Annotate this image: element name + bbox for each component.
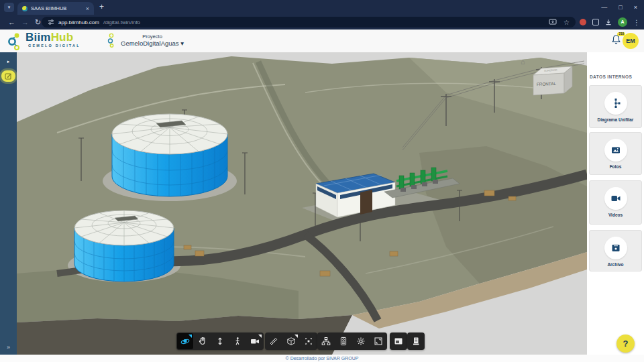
camera-icon <box>250 337 260 346</box>
settings-button[interactable] <box>353 333 369 349</box>
notifications-button[interactable]: 218 <box>611 34 622 46</box>
3d-viewport-canvas[interactable]: ⌂ FRONTAL SUPERIOR <box>17 52 587 355</box>
url-path: /digital-twin/info <box>103 19 140 25</box>
app-window: ▾ SAAS BIIMHUB × + — □ × ← → ↻ app.biimh… <box>0 0 644 362</box>
report-button[interactable] <box>408 333 424 349</box>
measure-icon <box>269 337 278 346</box>
toolbar-screenshot-group <box>390 333 407 350</box>
orbit-tool-button[interactable] <box>177 333 193 349</box>
toolbar-report-group <box>407 333 425 350</box>
bookmark-icon[interactable]: ☆ <box>564 19 570 26</box>
toolbar-navigation-group <box>176 333 264 350</box>
help-button[interactable]: ? <box>616 335 635 353</box>
report-icon <box>411 337 421 346</box>
cast-icon[interactable] <box>549 19 557 25</box>
tab-title: SAAS BIIMHUB <box>31 5 83 11</box>
url-host: app.biimhub.com <box>58 19 99 25</box>
left-rail: ▸ » <box>0 52 17 355</box>
toolbar-settings-group <box>317 333 387 350</box>
browser-tab-strip: ▾ SAAS BIIMHUB × + — □ × <box>0 0 644 15</box>
model-browser-button[interactable] <box>318 333 334 349</box>
reload-icon[interactable]: ↻ <box>35 17 41 27</box>
photos-icon <box>610 145 621 156</box>
card-label: Fotos <box>590 164 641 169</box>
fullscreen-icon <box>374 337 383 346</box>
explode-tool-button[interactable] <box>301 333 317 349</box>
section-cube-icon <box>286 337 296 346</box>
fullscreen-button[interactable] <box>370 333 386 349</box>
gear-icon <box>356 337 366 346</box>
videos-icon <box>610 193 621 204</box>
walk-person-icon <box>233 337 242 346</box>
browser-menu-icon[interactable]: ⋮ <box>633 19 640 26</box>
browser-tab[interactable]: SAAS BIIMHUB × <box>17 2 94 15</box>
pan-hand-icon <box>198 337 207 346</box>
project-eyebrow: Proyecto <box>121 34 184 40</box>
tab-close-icon[interactable]: × <box>86 5 89 12</box>
biimhub-logo-icon <box>5 32 24 52</box>
app-logo[interactable]: BiimHub <box>25 31 73 44</box>
camera-tool-button[interactable] <box>247 333 263 349</box>
internal-data-panel: DATOS INTERNOS Diagrama Unifilar Fotos <box>587 52 644 362</box>
footer-copyright: © Desarrollado por SIVAR GROUP <box>0 355 644 362</box>
panel-title: DATOS INTERNOS <box>590 74 632 79</box>
site-settings-icon[interactable] <box>48 19 54 25</box>
browser-url-bar: ← → ↻ app.biimhub.com/digital-twin/info … <box>0 15 644 29</box>
properties-icon <box>339 337 348 346</box>
note-edit-icon <box>5 72 12 80</box>
viewcube-home-icon[interactable]: ⌂ <box>521 58 525 66</box>
project-logo-icon <box>106 32 116 48</box>
card-fotos[interactable]: Fotos <box>589 132 642 175</box>
tab-search-icon[interactable]: ▾ <box>4 3 14 12</box>
rail-collapse-icon[interactable]: » <box>0 344 17 351</box>
viewcube-front-label[interactable]: FRONTAL <box>537 81 557 86</box>
logo-part-hub: Hub <box>51 31 74 44</box>
notes-button[interactable] <box>1 70 15 82</box>
browser-profile-avatar[interactable]: A <box>618 17 627 27</box>
card-label: Diagrama Unifilar <box>590 117 641 122</box>
model-tree-icon <box>321 337 331 346</box>
forward-icon[interactable]: → <box>21 17 29 27</box>
window-close-button[interactable]: × <box>634 4 637 11</box>
project-caret-icon: ▾ <box>180 40 184 47</box>
extensions-icon[interactable] <box>592 19 599 25</box>
toolbar-measure-group <box>265 333 317 350</box>
address-bar[interactable]: app.biimhub.com/digital-twin/info ☆ <box>42 17 576 27</box>
card-videos[interactable]: Videos <box>589 180 642 225</box>
explode-icon <box>304 337 313 346</box>
properties-button[interactable] <box>335 333 352 349</box>
screenshot-icon <box>394 337 403 346</box>
rail-expand-icon[interactable]: ▸ <box>0 59 17 64</box>
orbit-icon <box>180 337 190 346</box>
zoom-updown-icon <box>215 337 225 346</box>
measure-tool-button[interactable] <box>266 333 282 349</box>
new-tab-button[interactable]: + <box>99 2 104 11</box>
user-avatar[interactable]: EM <box>623 33 639 49</box>
project-selector[interactable]: Proyecto GemeloDigitalAguas ▾ <box>106 32 184 48</box>
card-label: Archivo <box>590 262 641 267</box>
window-minimize-button[interactable]: — <box>601 4 607 11</box>
logo-tagline: GEMELO DIGITAL <box>28 44 80 48</box>
logo-part-biim: Biim <box>25 31 51 44</box>
single-line-diagram-icon <box>610 98 621 109</box>
3d-viewport[interactable]: ⌂ FRONTAL SUPERIOR <box>17 52 587 355</box>
project-name: GemeloDigitalAguas <box>121 40 179 47</box>
screenshot-button[interactable] <box>390 333 407 349</box>
window-maximize-button[interactable]: □ <box>619 4 622 11</box>
card-diagrama-unifilar[interactable]: Diagrama Unifilar <box>589 85 642 128</box>
download-icon[interactable] <box>605 19 612 25</box>
zoom-tool-button[interactable] <box>212 333 228 349</box>
card-label: Videos <box>590 213 641 217</box>
favicon-icon <box>22 6 28 11</box>
pan-tool-button[interactable] <box>195 333 211 349</box>
card-archivo[interactable]: Archivo <box>589 230 642 272</box>
extension-red-icon[interactable] <box>580 19 586 25</box>
water-tank-upper[interactable] <box>112 114 227 198</box>
archive-icon <box>610 243 621 253</box>
water-tank-lower[interactable] <box>74 210 174 284</box>
first-person-tool-button[interactable] <box>229 333 246 349</box>
app-header: BiimHub GEMELO DIGITAL Proyecto GemeloDi… <box>0 29 644 52</box>
back-icon[interactable]: ← <box>8 17 15 27</box>
section-tool-button[interactable] <box>283 333 299 349</box>
